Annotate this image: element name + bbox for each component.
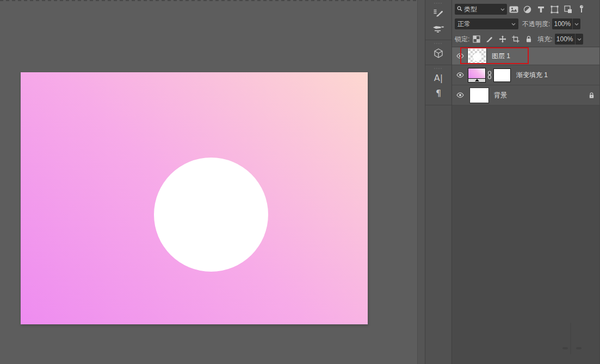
- brushes-panel-icon[interactable]: [429, 21, 448, 35]
- layer-name[interactable]: 图层 1: [492, 52, 510, 61]
- lock-label: 锁定:: [455, 35, 469, 44]
- gradient-swatch: [468, 68, 485, 78]
- filter-toggle-pin-icon[interactable]: [577, 4, 586, 14]
- lock-image-pixels-brush-icon[interactable]: [485, 35, 494, 43]
- dock-grabber[interactable]: [434, 68, 443, 69]
- vertical-scrollbar[interactable]: [417, 0, 425, 364]
- type-layer-filter-icon[interactable]: [536, 4, 546, 14]
- layer-filter-row: 类型: [452, 2, 599, 16]
- visibility-eye-icon[interactable]: [452, 92, 468, 98]
- paragraph-panel-glyph: ¶: [436, 89, 441, 98]
- layer-mask-thumbnail[interactable]: [493, 68, 511, 82]
- brush-settings-panel-icon[interactable]: [429, 6, 448, 20]
- pixel-layer-filter-icon[interactable]: [509, 4, 518, 14]
- lock-all-padlock-icon[interactable]: [524, 35, 533, 43]
- dock-grabber[interactable]: [434, 3, 443, 4]
- opacity-label: 不透明度:: [522, 20, 550, 29]
- blend-mode-value: 正常: [457, 20, 511, 29]
- lock-position-move-icon[interactable]: [498, 35, 507, 43]
- layers-panel: 类型: [452, 0, 600, 364]
- shape-layer-filter-icon[interactable]: [549, 4, 559, 14]
- gradient-midpoint-marker: [475, 79, 479, 81]
- chevron-down-icon[interactable]: [572, 18, 580, 29]
- fill-value: 100%: [555, 35, 575, 43]
- layers-panel-empty-area: [452, 105, 599, 364]
- panel-dock: A| ¶: [425, 0, 452, 364]
- character-panel-icon[interactable]: A|: [429, 71, 448, 85]
- chevron-down-icon[interactable]: [575, 34, 583, 45]
- layer-row-background[interactable]: 背景: [452, 85, 599, 105]
- lock-transparent-pixels-icon[interactable]: [472, 35, 481, 43]
- white-circle-artwork: [154, 158, 268, 272]
- lock-artboard-icon[interactable]: [511, 35, 520, 43]
- faint-mark: [562, 347, 568, 349]
- chevron-down-icon: [500, 8, 505, 11]
- layer1-transparent-thumbnail[interactable]: [468, 48, 486, 64]
- 3d-panel-icon[interactable]: [429, 46, 448, 60]
- layers-panel-header: 类型: [452, 0, 599, 47]
- layer-list: 图层 1 渐变填充 1: [452, 47, 599, 105]
- layer-filter-type-label: 类型: [464, 5, 500, 14]
- opacity-value: 100%: [552, 20, 572, 28]
- layer-row-gradient-fill[interactable]: 渐变填充 1: [452, 65, 599, 85]
- faint-mark: [576, 347, 582, 349]
- layer-filter-type-dropdown[interactable]: 类型: [455, 4, 507, 15]
- layer-name[interactable]: 渐变填充 1: [516, 71, 548, 80]
- opacity-input[interactable]: 100%: [552, 18, 580, 29]
- fill-label: 填充:: [537, 35, 552, 44]
- photoshop-workspace: A| ¶ 类型: [0, 0, 600, 364]
- smart-object-filter-icon[interactable]: [563, 4, 573, 14]
- gradient-fill-thumbnail[interactable]: [468, 68, 486, 83]
- layer-name[interactable]: 背景: [494, 91, 507, 100]
- background-lock-icon: [589, 92, 595, 99]
- gradient-ramp: [468, 78, 485, 82]
- character-panel-glyph: A|: [434, 74, 443, 83]
- layer-mask-link-icon[interactable]: [486, 71, 493, 79]
- dock-group-type: A| ¶: [425, 65, 451, 105]
- dock-group-brushes: [425, 0, 451, 40]
- chevron-down-icon: [511, 23, 516, 26]
- visibility-eye-icon[interactable]: [452, 53, 468, 59]
- background-thumbnail[interactable]: [470, 88, 488, 103]
- blend-opacity-row: 正常 不透明度: 100%: [452, 16, 599, 32]
- layer-row-layer1[interactable]: 图层 1: [452, 47, 599, 65]
- layer-filter-icons: [509, 4, 590, 14]
- paragraph-panel-icon[interactable]: ¶: [429, 86, 448, 101]
- dock-grabber[interactable]: [434, 43, 443, 44]
- adjustment-layer-filter-icon[interactable]: [522, 4, 532, 14]
- search-icon: [457, 5, 462, 13]
- lock-fill-row: 锁定:: [452, 32, 599, 47]
- document-area[interactable]: [0, 0, 417, 364]
- lock-icons: [472, 35, 537, 43]
- visibility-eye-icon[interactable]: [452, 72, 468, 78]
- fill-input[interactable]: 100%: [555, 34, 583, 45]
- blend-mode-dropdown[interactable]: 正常: [455, 18, 518, 29]
- panel-divider-faint: [570, 323, 571, 354]
- window-top-dashed-edge: [0, 0, 425, 1]
- document-canvas[interactable]: [21, 72, 368, 324]
- dock-group-3d: [425, 40, 451, 65]
